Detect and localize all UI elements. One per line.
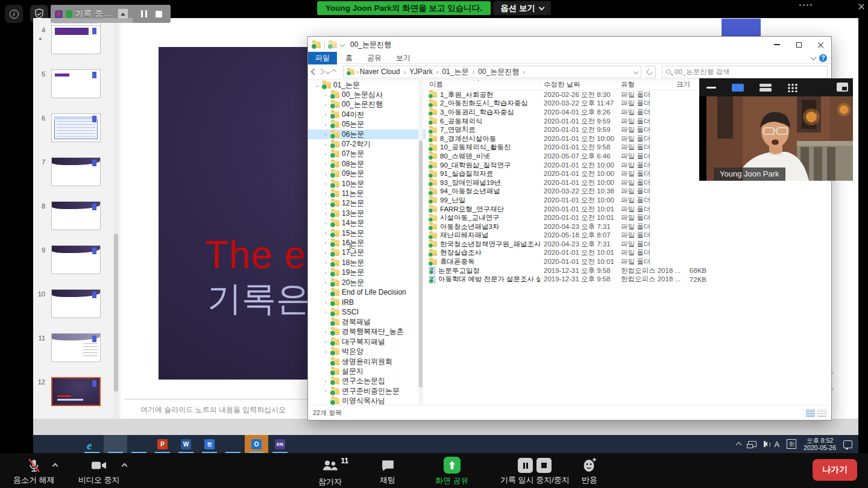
tree-item[interactable]: › 20논문 — [308, 278, 426, 287]
taskbar-app-button[interactable]: W — [174, 435, 198, 453]
ribbon-tab[interactable]: 공유 — [360, 52, 389, 64]
taskbar-app-button[interactable]: e — [80, 435, 104, 453]
quick-access-chevron-icon[interactable] — [340, 42, 345, 47]
details-view-icon[interactable] — [806, 409, 815, 417]
tree-root[interactable]: ⌄ 01_논문 — [308, 80, 426, 90]
tree-item[interactable]: › 00_논문심사 — [308, 90, 426, 99]
expand-arrow-icon[interactable]: › — [322, 92, 329, 98]
unmute-button[interactable]: 음소거 해제 — [13, 458, 55, 486]
file-row[interactable]: 휴대폰중독 2020-01-01 오전 10:01 파일 폴더 — [426, 257, 831, 266]
breadcrumb-segment[interactable]: 01_논문› — [442, 67, 474, 77]
close-icon[interactable] — [858, 3, 864, 10]
expand-arrow-icon[interactable]: › — [322, 299, 329, 305]
collapse-arrow-icon[interactable]: ⌄ — [314, 82, 320, 88]
collapse-recording-button[interactable] — [118, 8, 128, 19]
recording-control-button[interactable]: 기록 일시 중지/중지 — [500, 458, 570, 486]
tree-item[interactable]: › 17논문 — [308, 248, 426, 258]
tree-item[interactable]: › 09논문 — [308, 169, 426, 179]
slide-thumbnail[interactable] — [51, 245, 101, 274]
ribbon-tab[interactable]: 파일 — [308, 52, 337, 64]
column-type[interactable]: 유형 — [617, 80, 673, 90]
slide-thumbnail[interactable] — [51, 25, 101, 54]
tree-item[interactable]: › 04이전 — [308, 110, 426, 119]
pause-recording-icon[interactable] — [141, 10, 147, 17]
breadcrumb-segment[interactable]: Naver Cloud› — [360, 67, 406, 77]
expand-arrow-icon[interactable]: › — [322, 289, 329, 295]
large-icons-view-icon[interactable] — [817, 409, 826, 417]
stop-recording-icon[interactable] — [156, 11, 162, 17]
address-dropdown-icon[interactable] — [634, 69, 638, 74]
slide-thumbnail[interactable] — [51, 377, 101, 406]
expand-arrow-icon[interactable]: › — [322, 171, 329, 177]
thumbnail-scrollbar[interactable] — [113, 18, 119, 419]
tree-item[interactable]: 이영식목사님 — [308, 396, 426, 406]
file-row[interactable]: FARR모형_연구재단 2020-01-01 오전 10:01 파일 폴더 — [426, 205, 831, 214]
reactions-button[interactable]: 반응 — [582, 457, 597, 486]
tray-chevron-icon[interactable] — [735, 442, 741, 448]
view-options-button[interactable]: 옵션 보기 — [493, 1, 551, 15]
tree-item[interactable]: › 19논문 — [308, 267, 426, 277]
minimize-video-icon[interactable] — [706, 87, 716, 89]
file-row[interactable]: 아동학대 예방 전문가 설문조사 설문지 2019-12-31 오후 9:58 … — [426, 275, 831, 284]
forward-icon[interactable] — [318, 68, 324, 75]
taskbar-app-button[interactable] — [104, 435, 127, 453]
slide-thumbnail[interactable] — [51, 69, 101, 98]
meeting-info-button[interactable]: i — [5, 5, 23, 23]
expand-arrow-icon[interactable]: › — [322, 210, 329, 216]
leave-meeting-button[interactable]: 나가기 — [813, 459, 857, 481]
pip-view-icon[interactable] — [837, 83, 848, 92]
slide-thumbnail[interactable] — [51, 289, 101, 318]
taskbar-app-button[interactable] — [221, 435, 245, 453]
stop-recording-icon[interactable] — [536, 458, 552, 473]
tree-item[interactable]: › 11논문 — [308, 189, 426, 198]
chat-button[interactable]: 채팅 — [380, 458, 395, 486]
expand-arrow-icon[interactable]: › — [322, 102, 329, 108]
file-row[interactable]: 99_난일 2020-01-01 오전 10:00 파일 폴더 — [426, 196, 831, 205]
tree-item[interactable]: 경북패널 — [308, 317, 426, 327]
expand-arrow-icon[interactable]: › — [322, 181, 329, 187]
expand-arrow-icon[interactable]: › — [322, 190, 329, 196]
tree-item[interactable]: 설문지 — [308, 366, 426, 376]
speaker-icon[interactable] — [764, 442, 767, 446]
ribbon-tab[interactable]: 보기 — [389, 52, 418, 64]
taskbar-app-button[interactable]: P — [151, 435, 174, 453]
expand-arrow-icon[interactable]: › — [322, 250, 329, 256]
file-row[interactable]: 94_아동청소년패널 2020-03-22 오전 10:38 파일 폴더 — [426, 187, 831, 196]
tree-item[interactable]: › 13논문 — [308, 208, 426, 218]
expand-arrow-icon[interactable]: › — [322, 230, 329, 236]
close-button[interactable] — [810, 37, 831, 52]
video-options-caret[interactable] — [122, 463, 128, 469]
tree-item[interactable]: › 박은앙 — [308, 347, 426, 357]
tree-item[interactable]: › 15논문 — [308, 228, 426, 238]
strip-view-icon[interactable] — [760, 84, 772, 92]
breadcrumb-segment[interactable]: YJPark› — [409, 67, 438, 77]
tree-item[interactable]: › 07-2학기 — [308, 139, 426, 149]
network-icon[interactable] — [748, 441, 756, 447]
participants-button[interactable]: 11 참가자 — [318, 458, 342, 487]
taskbar-app-button[interactable] — [127, 435, 151, 453]
column-name[interactable]: 이름 — [426, 80, 540, 90]
tree-item[interactable]: › 10논문 — [308, 179, 426, 189]
active-speaker-view-icon[interactable] — [732, 84, 744, 92]
expand-arrow-icon[interactable]: › — [322, 240, 329, 246]
tree-item[interactable]: › 07논문 — [308, 149, 426, 159]
expand-arrow-icon[interactable]: › — [322, 270, 329, 276]
tree-item[interactable]: › 연구준비중인논문 — [308, 386, 426, 396]
expand-arrow-icon[interactable]: › — [322, 201, 329, 207]
tree-item[interactable]: › 08논문 — [308, 159, 426, 169]
file-row[interactable]: 한국청소년정책연구원_패널조사 2020-04-23 오후 7:31 파일 폴더 — [426, 240, 831, 249]
tree-item[interactable]: › 06논문 — [308, 130, 426, 139]
expand-arrow-icon[interactable]: › — [322, 378, 329, 384]
expand-arrow-icon[interactable]: › — [322, 260, 329, 266]
back-icon[interactable] — [310, 68, 317, 75]
taskbar-clock[interactable]: 오후 8:52 2020-05-26 — [804, 437, 836, 451]
file-row[interactable]: 논문투고일정 2019-12-31 오후 9:58 한컴오피스 2018 ...… — [426, 266, 831, 275]
expand-arrow-icon[interactable]: › — [322, 131, 329, 137]
expand-arrow-icon[interactable]: › — [322, 349, 329, 355]
ribbon-tab[interactable]: 홈 — [338, 52, 360, 64]
tree-item[interactable]: 생명윤리위원회 — [308, 357, 426, 366]
expand-arrow-icon[interactable]: › — [322, 151, 329, 157]
help-button[interactable]: ? — [819, 54, 827, 62]
expand-arrow-icon[interactable]: › — [322, 221, 329, 227]
tree-item[interactable]: › 00_논문진행 — [308, 100, 426, 110]
